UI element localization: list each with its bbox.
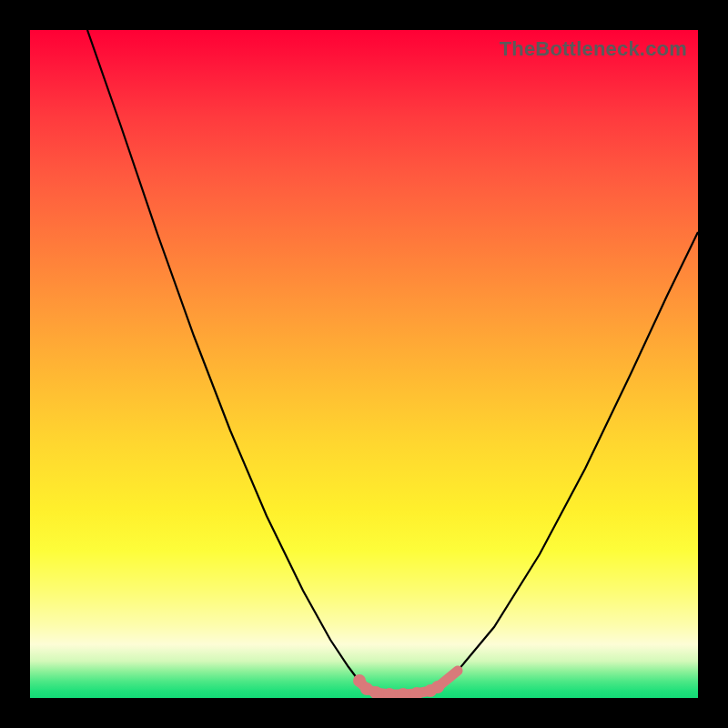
plot-area: TheBottleneck.com [30,30,698,698]
chart-frame: TheBottleneck.com [0,0,728,728]
curve-svg [30,30,698,698]
bottleneck-curve [87,30,698,694]
highlight-dot [431,681,444,693]
